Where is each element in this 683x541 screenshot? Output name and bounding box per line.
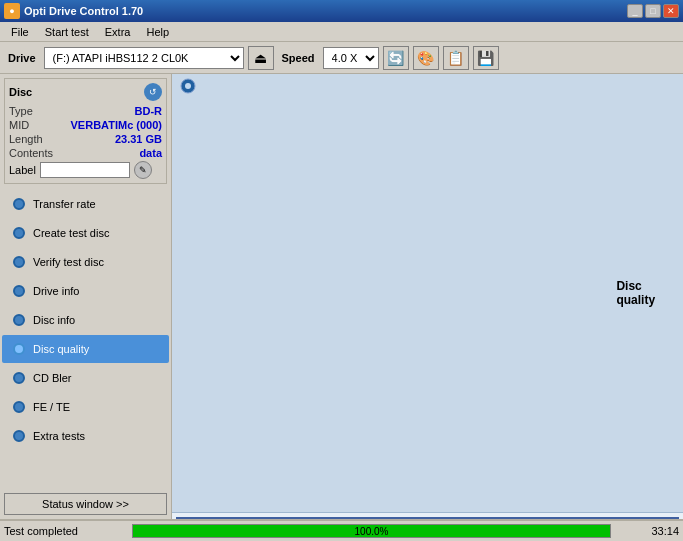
minimize-button[interactable]: _ (627, 4, 643, 18)
sidebar-nav: Transfer rate Create test disc Verify te… (0, 188, 171, 489)
create-test-disc-icon (11, 225, 27, 241)
content-title: Disc quality (616, 279, 675, 307)
window-controls: _ □ ✕ (627, 4, 679, 18)
app-title: Opti Drive Control 1.70 (24, 5, 623, 17)
progress-label: 100.0% (133, 525, 610, 537)
disc-refresh-icon[interactable]: ↺ (144, 83, 162, 101)
charts-container: LDC Read speed Write speed 500 400 300 (172, 513, 683, 519)
cd-bler-icon (11, 370, 27, 386)
sidebar-item-cd-bler[interactable]: CD Bler (2, 364, 169, 392)
transfer-rate-icon (11, 196, 27, 212)
status-window-button[interactable]: Status window >> (4, 493, 167, 515)
content-area: Disc quality LDC Read speed Write s (172, 74, 683, 519)
sidebar-item-label-drive-info: Drive info (33, 285, 79, 297)
progress-container: 100.0% (132, 524, 611, 538)
extra-tests-icon (11, 428, 27, 444)
disc-header: Disc ↺ (9, 83, 162, 101)
close-button[interactable]: ✕ (663, 4, 679, 18)
drive-select[interactable]: (F:) ATAPI iHBS112 2 CL0K (44, 47, 244, 69)
menu-help[interactable]: Help (139, 23, 176, 41)
disc-type-value: BD-R (135, 105, 163, 117)
disc-length-label: Length (9, 133, 43, 145)
disc-length-row: Length 23.31 GB (9, 133, 162, 145)
sidebar-item-drive-info[interactable]: Drive info (2, 277, 169, 305)
drive-label: Drive (4, 52, 40, 64)
label-edit-icon[interactable]: ✎ (134, 161, 152, 179)
drive-select-wrapper[interactable]: (F:) ATAPI iHBS112 2 CL0K (44, 47, 244, 69)
chart-1: LDC Read speed Write speed 500 400 300 (176, 517, 679, 519)
sidebar-item-extra-tests[interactable]: Extra tests (2, 422, 169, 450)
sidebar-item-label-verify-test-disc: Verify test disc (33, 256, 104, 268)
disc-label-row: Label ✎ (9, 161, 162, 179)
disc-type-row: Type BD-R (9, 105, 162, 117)
titlebar: ● Opti Drive Control 1.70 _ □ ✕ (0, 0, 683, 22)
fe-te-icon (11, 399, 27, 415)
main-layout: Disc ↺ Type BD-R MID VERBATIMc (000) Len… (0, 74, 683, 519)
svg-point-1 (185, 83, 191, 89)
app-icon: ● (4, 3, 20, 19)
save-button[interactable]: 💾 (473, 46, 499, 70)
sidebar-item-label-disc-info: Disc info (33, 314, 75, 326)
menubar: File Start test Extra Help (0, 22, 683, 42)
sidebar-item-label-cd-bler: CD Bler (33, 372, 72, 384)
disc-info-icon (11, 312, 27, 328)
chart-1-x-axis: 0.0 2.5 5.0 7.5 10.0 12.5 15.0 17.5 20.0… (207, 517, 648, 518)
verify-test-disc-icon (11, 254, 27, 270)
disc-contents-row: Contents data (9, 147, 162, 159)
toolbar: Drive (F:) ATAPI iHBS112 2 CL0K ⏏ Speed … (0, 42, 683, 74)
sidebar-item-label-create-test-disc: Create test disc (33, 227, 109, 239)
sidebar-item-verify-test-disc[interactable]: Verify test disc (2, 248, 169, 276)
disc-header-label: Disc (9, 86, 32, 98)
content-header: Disc quality (172, 74, 683, 513)
disc-label-label: Label (9, 164, 36, 176)
sidebar-item-transfer-rate[interactable]: Transfer rate (2, 190, 169, 218)
chart-1-y-axis-right: 18 X 16 X 14 X 12 X 10 X 8 X 6 X 4 X 2 X (648, 518, 678, 519)
sidebar-item-label-fe-te: FE / TE (33, 401, 70, 413)
disc-quality-header-icon (180, 78, 610, 508)
sidebar-item-fe-te[interactable]: FE / TE (2, 393, 169, 421)
sidebar: Disc ↺ Type BD-R MID VERBATIMc (000) Len… (0, 74, 172, 519)
sidebar-item-disc-quality[interactable]: Disc quality (2, 335, 169, 363)
menu-file[interactable]: File (4, 23, 36, 41)
sidebar-item-label-extra-tests: Extra tests (33, 430, 85, 442)
speed-select[interactable]: 4.0 X (323, 47, 379, 69)
disc-mid-label: MID (9, 119, 29, 131)
speed-select-wrapper[interactable]: 4.0 X (323, 47, 379, 69)
disc-contents-label: Contents (9, 147, 53, 159)
disc-mid-row: MID VERBATIMc (000) (9, 119, 162, 131)
sidebar-item-label-transfer-rate: Transfer rate (33, 198, 96, 210)
sidebar-item-label-disc-quality: Disc quality (33, 343, 89, 355)
menu-extra[interactable]: Extra (98, 23, 138, 41)
disc-type-label: Type (9, 105, 33, 117)
time-text: 33:14 (619, 525, 679, 537)
statusbar: Test completed 100.0% 33:14 (0, 519, 683, 541)
disc-panel: Disc ↺ Type BD-R MID VERBATIMc (000) Len… (4, 78, 167, 184)
maximize-button[interactable]: □ (645, 4, 661, 18)
disc-quality-icon (11, 341, 27, 357)
disc-label-input[interactable] (40, 162, 130, 178)
disc-contents-value: data (139, 147, 162, 159)
copy-button[interactable]: 📋 (443, 46, 469, 70)
refresh-button[interactable]: 🔄 (383, 46, 409, 70)
eject-button[interactable]: ⏏ (248, 46, 274, 70)
drive-info-icon (11, 283, 27, 299)
speed-label: Speed (278, 52, 319, 64)
disc-mid-value: VERBATIMc (000) (71, 119, 162, 131)
status-text: Test completed (4, 525, 124, 537)
sidebar-item-disc-info[interactable]: Disc info (2, 306, 169, 334)
sidebar-item-create-test-disc[interactable]: Create test disc (2, 219, 169, 247)
menu-start-test[interactable]: Start test (38, 23, 96, 41)
palette-button[interactable]: 🎨 (413, 46, 439, 70)
disc-length-value: 23.31 GB (115, 133, 162, 145)
chart-1-y-axis-left: 500 400 300 200 100 0.0 (177, 518, 207, 519)
